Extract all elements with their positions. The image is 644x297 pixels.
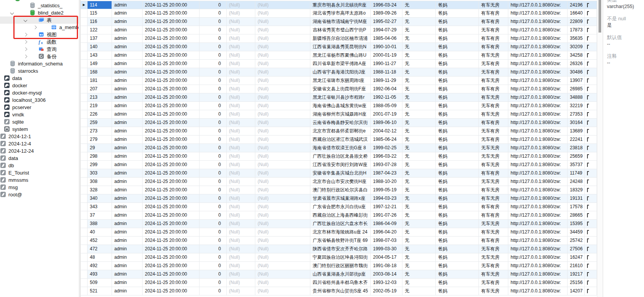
cell-flag[interactable]: 0 [200, 68, 227, 76]
cell-flag[interactable]: 0 [200, 220, 227, 228]
cell-address[interactable]: 安徽省辛集县滨城台北街H [310, 169, 371, 177]
cell-id[interactable]: 492 [88, 262, 112, 270]
sidebar-item-e_tourist[interactable]: E_Tourist [0, 169, 79, 176]
cell-score[interactable]: 17873 [568, 26, 585, 34]
cell-null[interactable]: (Null) [227, 93, 255, 101]
cell-user[interactable]: admin [112, 127, 143, 135]
cell-id[interactable]: 273 [88, 127, 112, 135]
cell-flag[interactable]: 0 [200, 169, 227, 177]
cell-truncated[interactable] [585, 1, 597, 9]
cell-car-house[interactable]: 无车有房 [479, 26, 508, 34]
sidebar-item-vmdk[interactable]: vmdk [0, 111, 79, 118]
chevron-open-icon[interactable] [10, 11, 14, 15]
cell-tag[interactable]: 无 [402, 262, 436, 270]
cell-id[interactable]: 388 [88, 220, 112, 228]
cell-id[interactable]: 137 [88, 34, 112, 42]
cell-null[interactable]: (Null) [255, 253, 310, 261]
cell-flag[interactable]: 0 [200, 211, 227, 219]
cell-null[interactable]: (Null) [227, 237, 255, 245]
sidebar-item-system[interactable]: system [0, 126, 79, 133]
cell-user[interactable]: admin [112, 178, 143, 186]
cell-url[interactable]: http://127.0.0.1:8080/zw: [508, 51, 568, 59]
cell-flag[interactable]: 0 [200, 60, 227, 68]
cell-url[interactable]: http://127.0.0.1:8080/zw: [508, 60, 568, 68]
cell-tag[interactable]: 无 [402, 102, 436, 110]
sidebar-item-data[interactable]: data [0, 155, 79, 162]
cell-user[interactable]: admin [112, 43, 143, 51]
chevron-closed-icon[interactable] [33, 26, 37, 29]
cell-address[interactable]: 新疆维吾尔自治区楠市清浦 [310, 34, 371, 42]
cell-truncated[interactable] [585, 68, 597, 76]
cell-address[interactable]: 澳门特别行政区丽丽市魏街 [310, 262, 371, 270]
cell-tag[interactable]: 无 [402, 178, 436, 186]
row-marker[interactable] [81, 85, 88, 93]
cell-null[interactable]: (Null) [227, 102, 255, 110]
cell-address[interactable]: 广东省合肥市永川白街u座 [310, 203, 371, 211]
cell-truncated[interactable] [585, 77, 597, 85]
cell-id[interactable]: 181 [88, 77, 112, 85]
cell-car-house[interactable]: 有车有房 [479, 169, 508, 177]
row-marker[interactable] [81, 51, 88, 59]
cell-address[interactable]: 安徽省文县上街昆明街F座 [310, 85, 371, 93]
cell-url[interactable]: http://127.0.0.1:8080/zw: [508, 228, 568, 236]
cell-birthday[interactable]: 1996-04-20 [371, 228, 402, 236]
cell-null[interactable]: (Null) [227, 144, 255, 152]
cell-user[interactable]: admin [112, 9, 143, 17]
cell-birthday[interactable]: 1991-08-18 [371, 262, 402, 270]
cell-create-time[interactable]: 2024-11-25 20:00:00 [143, 85, 200, 93]
cell-create-time[interactable]: 2024-11-25 20:00:00 [143, 262, 200, 270]
cell-user[interactable]: admin [112, 51, 143, 59]
cell-null[interactable]: (Null) [255, 9, 310, 17]
cell-user[interactable]: admin [112, 85, 143, 93]
cell-flag[interactable]: 0 [200, 18, 227, 26]
cell-car-house[interactable]: 有车有房 [479, 203, 508, 211]
cell-create-time[interactable]: 2024-11-25 20:00:00 [143, 43, 200, 51]
cell-address[interactable]: 广西壮族自治区龙县崇文桥 [310, 152, 371, 160]
cell-url[interactable]: http://127.0.0.1:8080/zw: [508, 211, 568, 219]
row-marker[interactable] [81, 77, 88, 85]
cell-truncated[interactable] [585, 270, 597, 278]
cell-tag[interactable]: 无 [402, 279, 436, 287]
cell-truncated[interactable] [585, 85, 597, 93]
cell-truncated[interactable] [585, 18, 597, 26]
sidebar-item-blind_date2[interactable]: blind_date2 [0, 9, 79, 16]
cell-null[interactable]: (Null) [255, 60, 310, 68]
cell-tag[interactable]: 无 [402, 9, 436, 17]
cell-id[interactable]: 279 [88, 135, 112, 144]
cell-flag[interactable]: 0 [200, 127, 227, 135]
cell-truncated[interactable] [585, 152, 597, 160]
cell-url[interactable]: http://127.0.0.1:8080/zw: [508, 152, 568, 160]
sidebar-item--[interactable]: 备份 [0, 53, 79, 60]
cell-null[interactable]: (Null) [227, 110, 255, 118]
cell-create-time[interactable]: 2024-11-25 20:00:00 [143, 211, 200, 219]
cell-user[interactable]: admin [112, 119, 143, 127]
cell-family[interactable]: 爸妈 [436, 245, 479, 253]
cell-create-time[interactable]: 2024-11-25 20:00:00 [143, 144, 200, 152]
cell-truncated[interactable] [585, 60, 597, 68]
cell-birthday[interactable]: 1993-12-03 [371, 279, 402, 287]
cell-birthday[interactable]: 2004-05-17 [371, 253, 402, 261]
cell-id[interactable]: 452 [88, 237, 112, 245]
cell-score[interactable]: 11749 [568, 169, 585, 177]
cell-url[interactable]: http://127.0.0.1:8080/zw: [508, 245, 568, 253]
cell-url[interactable]: http://127.0.0.1:8080/zw: [508, 93, 568, 101]
cell-null[interactable]: (Null) [255, 127, 310, 135]
cell-null[interactable]: (Null) [255, 237, 310, 245]
cell-create-time[interactable]: 2024-11-25 20:00:00 [143, 93, 200, 101]
cell-null[interactable]: (Null) [227, 186, 255, 194]
cell-car-house[interactable]: 有车无房 [479, 287, 508, 295]
cell-score[interactable]: 30164 [568, 119, 585, 127]
cell-id[interactable]: 328 [88, 186, 112, 194]
sidebar-item-localhost_3306[interactable]: localhost_3306 [0, 96, 79, 104]
row-marker[interactable] [81, 203, 88, 211]
cell-user[interactable]: admin [112, 169, 143, 177]
cell-car-house[interactable]: 有车有房 [479, 211, 508, 219]
cell-create-time[interactable]: 2024-11-25 20:00:00 [143, 77, 200, 85]
cell-family[interactable]: 爸妈 [436, 161, 479, 169]
sidebar-item-2024-12-24[interactable]: 2024-12-24 [0, 147, 79, 155]
cell-car-house[interactable]: 有车无房 [479, 194, 508, 202]
cell-create-time[interactable]: 2024-11-25 20:00:00 [143, 102, 200, 110]
cell-tag[interactable]: 无 [402, 194, 436, 202]
cell-address[interactable]: 西藏自治区潜江市清城武汉 [310, 135, 371, 144]
cell-null[interactable]: (Null) [255, 1, 310, 9]
